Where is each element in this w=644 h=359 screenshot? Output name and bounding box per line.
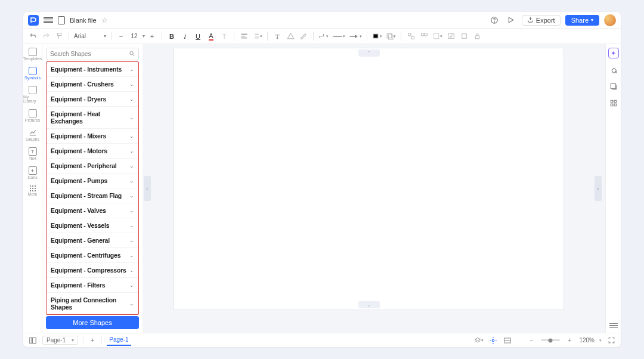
right-menu-icon[interactable] — [609, 323, 618, 329]
svg-rect-20 — [614, 100, 617, 103]
fill-icon[interactable]: ▾ — [372, 31, 382, 42]
shape-category-item[interactable]: Piping and Connection Shapes⌄ — [47, 293, 138, 314]
font-family-select[interactable]: Arial ▾ — [74, 33, 106, 39]
italic-button[interactable]: I — [180, 31, 190, 42]
shape-category-item[interactable]: Equipment - Vessels⌄ — [47, 218, 138, 233]
rail-more[interactable]: More — [23, 184, 42, 197]
layers-icon[interactable] — [608, 81, 619, 92]
rail-graphs[interactable]: Graphs — [23, 127, 42, 143]
grid-icon[interactable] — [608, 98, 619, 109]
crop-icon[interactable] — [459, 31, 469, 42]
canvas-bottom-handle[interactable]: ⌄ — [358, 301, 380, 308]
group-icon[interactable] — [406, 31, 416, 42]
zoom-slider[interactable] — [541, 339, 560, 341]
rail-icons[interactable]: ✦ Icons — [23, 165, 42, 181]
shape-tool-icon[interactable] — [286, 31, 295, 42]
text-tool-icon[interactable]: T — [273, 31, 282, 42]
app-logo-icon[interactable] — [28, 15, 39, 26]
paint-bucket-icon[interactable] — [608, 64, 619, 75]
shape-category-item[interactable]: Equipment - Stream Flag⌄ — [47, 188, 138, 203]
zoom-in-icon[interactable]: + — [565, 336, 574, 345]
shape-category-item[interactable]: Equipment - Dryers⌄ — [47, 92, 138, 107]
zoom-out-icon[interactable]: − — [527, 336, 536, 345]
rail-item-label: Templates — [23, 57, 42, 61]
canvas[interactable]: ⌃ ⌄ — [174, 48, 564, 310]
chevron-down-icon[interactable]: ▾ — [143, 33, 145, 39]
rail-pictures[interactable]: Pictures — [23, 108, 42, 123]
check-icon[interactable] — [446, 31, 456, 42]
effects-icon[interactable]: ▾ — [386, 31, 396, 42]
underline-button[interactable]: U — [193, 31, 203, 42]
avatar[interactable] — [604, 14, 616, 26]
rail-item-label: Symbols — [24, 76, 41, 80]
search-shapes-input[interactable] — [46, 48, 139, 60]
font-size-input[interactable] — [128, 33, 140, 39]
list-icon[interactable]: ▾ — [252, 31, 262, 42]
connector-icon[interactable]: ▾ — [318, 31, 329, 42]
font-size-stepper[interactable]: − ▾ + — [116, 31, 157, 42]
shape-category-item[interactable]: Equipment - Mixers⌄ — [47, 129, 138, 144]
search-icon[interactable] — [129, 50, 135, 58]
chevron-down-icon[interactable]: ▾ — [599, 338, 602, 343]
decrease-font-icon[interactable]: − — [116, 31, 126, 42]
undo-icon[interactable] — [28, 31, 38, 42]
page-tab[interactable]: Page-1 — [107, 335, 131, 346]
increase-font-icon[interactable]: + — [147, 31, 157, 42]
canvas-top-handle[interactable]: ⌃ — [358, 49, 380, 57]
favorite-star-icon[interactable]: ☆ — [101, 16, 108, 24]
svg-marker-4 — [287, 33, 294, 39]
shape-category-label: Piping and Connection Shapes — [51, 296, 129, 311]
format-painter-icon[interactable] — [54, 31, 64, 42]
pen-tool-icon[interactable] — [299, 31, 308, 42]
panel-splitter[interactable]: ‹ — [143, 44, 152, 333]
help-icon[interactable] — [488, 14, 500, 26]
shape-category-item[interactable]: Equipment - Filters⌄ — [47, 278, 138, 293]
rail-templates[interactable]: Templates — [23, 47, 42, 62]
lock-icon[interactable] — [472, 31, 482, 42]
add-page-button[interactable]: + — [88, 337, 97, 343]
ungroup-icon[interactable] — [419, 31, 429, 42]
line-style-icon[interactable]: ▾ — [332, 31, 345, 42]
collapse-right-handle[interactable]: › — [595, 176, 602, 201]
shape-category-item[interactable]: Equipment - Heat Exchanges⌄ — [47, 107, 138, 129]
shape-category-item[interactable]: Equipment - General⌄ — [47, 233, 138, 248]
more-shapes-button[interactable]: More Shapes — [46, 316, 139, 329]
shape-category-item[interactable]: Equipment - Motors⌄ — [47, 144, 138, 159]
play-icon[interactable] — [505, 14, 517, 26]
shape-category-label: Equipment - Motors — [51, 147, 107, 154]
ai-sparkle-icon[interactable]: ✦ — [608, 48, 619, 58]
shape-category-item[interactable]: Equipment - Pumps⌄ — [47, 174, 138, 188]
rail-my-library[interactable]: My Library — [23, 85, 42, 104]
focus-mode-icon[interactable] — [488, 336, 498, 345]
layers-toggle-icon[interactable]: ▾ — [474, 336, 484, 345]
shape-category-item[interactable]: Equipment - Compressors⌄ — [47, 263, 138, 278]
text-effect-button[interactable]: T — [219, 31, 229, 42]
font-color-button[interactable]: A — [206, 31, 216, 42]
chevron-down-icon: ⌄ — [129, 114, 134, 120]
file-title[interactable]: Blank file — [70, 17, 97, 24]
shape-category-item[interactable]: Equipment - Valves⌄ — [47, 203, 138, 218]
page-select[interactable]: Page-1 ▾ — [42, 336, 78, 345]
canvas-area[interactable]: ⌃ ⌄ › — [152, 44, 605, 333]
rail-symbols[interactable]: Symbols — [23, 66, 42, 81]
left-rail: Templates Symbols My Library Pictures Gr… — [23, 44, 42, 333]
shape-category-item[interactable]: Equipment - Peripheral⌄ — [47, 159, 138, 174]
pictures-icon — [29, 109, 37, 117]
collapse-left-handle[interactable]: ‹ — [144, 176, 151, 201]
menu-icon[interactable] — [44, 17, 53, 23]
align-left-icon[interactable] — [239, 31, 249, 42]
shape-category-item[interactable]: Equipment - Crushers⌄ — [47, 77, 138, 92]
outline-view-icon[interactable] — [28, 336, 38, 345]
shape-category-item[interactable]: Equipment - Instruments⌄ — [47, 62, 138, 77]
share-button[interactable]: Share ▾ — [565, 15, 599, 26]
fullscreen-icon[interactable] — [606, 336, 616, 345]
redo-icon[interactable] — [41, 31, 51, 42]
shape-category-item[interactable]: Equipment - Centrifuges⌄ — [47, 248, 138, 263]
arrow-style-icon[interactable]: ▾ — [349, 31, 362, 42]
zoom-value[interactable]: 120% — [579, 337, 595, 343]
rail-text[interactable]: T Text — [23, 146, 42, 162]
export-button[interactable]: Export — [522, 15, 561, 26]
select-icon[interactable]: ▾ — [432, 31, 442, 42]
bold-button[interactable]: B — [167, 31, 177, 42]
ruler-icon[interactable] — [503, 336, 512, 345]
